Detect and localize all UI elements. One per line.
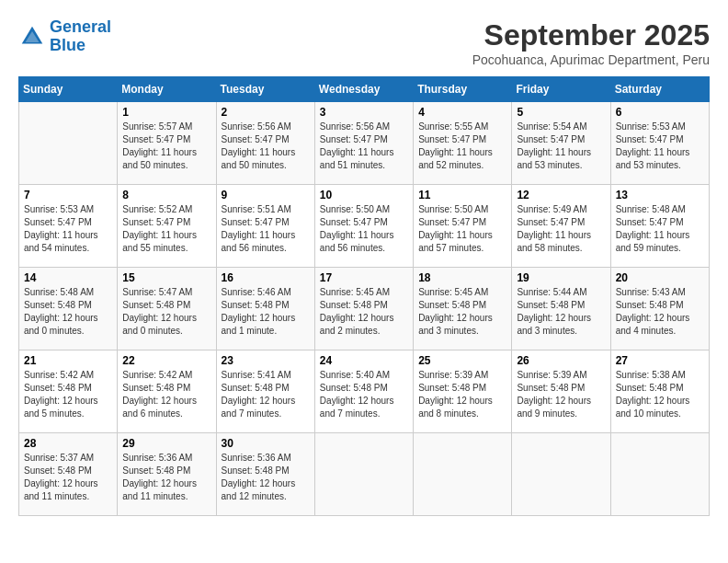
calendar-cell: 20Sunrise: 5:43 AM Sunset: 5:48 PM Dayli… [610, 268, 709, 350]
day-detail: Sunrise: 5:48 AM Sunset: 5:48 PM Dayligh… [24, 286, 112, 338]
day-detail: Sunrise: 5:42 AM Sunset: 5:48 PM Dayligh… [24, 369, 112, 420]
calendar-cell [19, 102, 118, 185]
calendar-cell: 17Sunrise: 5:45 AM Sunset: 5:48 PM Dayli… [314, 268, 413, 350]
calendar-cell: 28Sunrise: 5:37 AM Sunset: 5:48 PM Dayli… [19, 433, 118, 516]
day-detail: Sunrise: 5:39 AM Sunset: 5:48 PM Dayligh… [418, 369, 506, 420]
calendar-cell: 1Sunrise: 5:57 AM Sunset: 5:47 PM Daylig… [118, 102, 216, 185]
day-detail: Sunrise: 5:42 AM Sunset: 5:48 PM Dayligh… [122, 369, 210, 420]
day-number: 23 [222, 354, 310, 367]
calendar-cell [314, 433, 413, 516]
calendar-cell: 23Sunrise: 5:41 AM Sunset: 5:48 PM Dayli… [216, 350, 314, 433]
day-number: 25 [418, 354, 506, 367]
calendar-cell: 10Sunrise: 5:50 AM Sunset: 5:47 PM Dayli… [314, 185, 413, 268]
day-detail: Sunrise: 5:55 AM Sunset: 5:47 PM Dayligh… [418, 121, 506, 172]
day-detail: Sunrise: 5:43 AM Sunset: 5:48 PM Dayligh… [616, 286, 704, 338]
logo-text: General Blue [50, 18, 111, 55]
day-number: 26 [517, 354, 605, 367]
calendar-cell: 16Sunrise: 5:46 AM Sunset: 5:48 PM Dayli… [216, 268, 314, 350]
logo: General Blue [18, 18, 111, 55]
day-header-saturday: Saturday [610, 77, 709, 102]
day-number: 8 [122, 189, 210, 201]
week-row-2: 7Sunrise: 5:53 AM Sunset: 5:47 PM Daylig… [19, 185, 710, 268]
day-number: 11 [418, 189, 506, 201]
day-detail: Sunrise: 5:36 AM Sunset: 5:48 PM Dayligh… [222, 452, 310, 503]
day-header-tuesday: Tuesday [216, 77, 314, 102]
day-detail: Sunrise: 5:38 AM Sunset: 5:48 PM Dayligh… [616, 369, 704, 420]
day-number: 14 [24, 271, 112, 284]
day-detail: Sunrise: 5:37 AM Sunset: 5:48 PM Dayligh… [24, 452, 112, 503]
day-detail: Sunrise: 5:46 AM Sunset: 5:48 PM Dayligh… [222, 286, 310, 338]
day-detail: Sunrise: 5:50 AM Sunset: 5:47 PM Dayligh… [418, 203, 506, 255]
day-number: 27 [616, 354, 704, 367]
calendar-cell: 27Sunrise: 5:38 AM Sunset: 5:48 PM Dayli… [610, 350, 709, 433]
day-header-thursday: Thursday [414, 77, 512, 102]
calendar-cell [512, 433, 610, 516]
day-number: 24 [320, 354, 408, 367]
day-number: 20 [616, 271, 704, 284]
day-number: 12 [517, 189, 605, 201]
calendar-cell: 30Sunrise: 5:36 AM Sunset: 5:48 PM Dayli… [216, 433, 314, 516]
day-detail: Sunrise: 5:57 AM Sunset: 5:47 PM Dayligh… [122, 121, 210, 172]
day-detail: Sunrise: 5:45 AM Sunset: 5:48 PM Dayligh… [320, 286, 408, 338]
day-header-sunday: Sunday [19, 77, 118, 102]
day-number: 18 [418, 271, 506, 284]
day-number: 29 [122, 437, 210, 450]
day-detail: Sunrise: 5:50 AM Sunset: 5:47 PM Dayligh… [320, 203, 408, 255]
calendar-cell: 9Sunrise: 5:51 AM Sunset: 5:47 PM Daylig… [216, 185, 314, 268]
day-detail: Sunrise: 5:40 AM Sunset: 5:48 PM Dayligh… [320, 369, 408, 420]
day-number: 10 [320, 189, 408, 201]
day-detail: Sunrise: 5:48 AM Sunset: 5:47 PM Dayligh… [616, 203, 704, 255]
day-number: 13 [616, 189, 704, 201]
calendar-cell: 12Sunrise: 5:49 AM Sunset: 5:47 PM Dayli… [512, 185, 610, 268]
day-number: 19 [517, 271, 605, 284]
day-header-monday: Monday [118, 77, 216, 102]
day-detail: Sunrise: 5:47 AM Sunset: 5:48 PM Dayligh… [122, 286, 210, 338]
calendar-cell: 14Sunrise: 5:48 AM Sunset: 5:48 PM Dayli… [19, 268, 118, 350]
day-detail: Sunrise: 5:41 AM Sunset: 5:48 PM Dayligh… [222, 369, 310, 420]
calendar-cell: 2Sunrise: 5:56 AM Sunset: 5:47 PM Daylig… [216, 102, 314, 185]
week-row-4: 21Sunrise: 5:42 AM Sunset: 5:48 PM Dayli… [19, 350, 710, 433]
week-row-3: 14Sunrise: 5:48 AM Sunset: 5:48 PM Dayli… [19, 268, 710, 350]
calendar-cell: 8Sunrise: 5:52 AM Sunset: 5:47 PM Daylig… [118, 185, 216, 268]
day-number: 2 [222, 106, 310, 119]
day-number: 28 [24, 437, 112, 450]
day-number: 6 [616, 106, 704, 119]
day-detail: Sunrise: 5:39 AM Sunset: 5:48 PM Dayligh… [517, 369, 605, 420]
day-number: 30 [222, 437, 310, 450]
day-detail: Sunrise: 5:51 AM Sunset: 5:47 PM Dayligh… [222, 203, 310, 255]
calendar-cell: 25Sunrise: 5:39 AM Sunset: 5:48 PM Dayli… [414, 350, 512, 433]
day-header-friday: Friday [512, 77, 610, 102]
calendar-cell [610, 433, 709, 516]
day-detail: Sunrise: 5:45 AM Sunset: 5:48 PM Dayligh… [418, 286, 506, 338]
day-detail: Sunrise: 5:49 AM Sunset: 5:47 PM Dayligh… [517, 203, 605, 255]
week-row-5: 28Sunrise: 5:37 AM Sunset: 5:48 PM Dayli… [19, 433, 710, 516]
header: General Blue September 2025 Pocohuanca, … [18, 18, 710, 67]
calendar-cell: 6Sunrise: 5:53 AM Sunset: 5:47 PM Daylig… [610, 102, 709, 185]
calendar-cell: 18Sunrise: 5:45 AM Sunset: 5:48 PM Dayli… [414, 268, 512, 350]
calendar-cell: 5Sunrise: 5:54 AM Sunset: 5:47 PM Daylig… [512, 102, 610, 185]
day-detail: Sunrise: 5:53 AM Sunset: 5:47 PM Dayligh… [616, 121, 704, 172]
day-detail: Sunrise: 5:44 AM Sunset: 5:48 PM Dayligh… [517, 286, 605, 338]
logo-line2: Blue [50, 36, 85, 54]
days-header-row: SundayMondayTuesdayWednesdayThursdayFrid… [19, 77, 710, 102]
calendar-cell: 7Sunrise: 5:53 AM Sunset: 5:47 PM Daylig… [19, 185, 118, 268]
title-block: September 2025 Pocohuanca, Apurimac Depa… [472, 18, 710, 67]
logo-line1: General [50, 17, 111, 36]
calendar-cell: 19Sunrise: 5:44 AM Sunset: 5:48 PM Dayli… [512, 268, 610, 350]
day-detail: Sunrise: 5:56 AM Sunset: 5:47 PM Dayligh… [222, 121, 310, 172]
day-detail: Sunrise: 5:53 AM Sunset: 5:47 PM Dayligh… [24, 203, 112, 255]
day-number: 5 [517, 106, 605, 119]
calendar-cell: 22Sunrise: 5:42 AM Sunset: 5:48 PM Dayli… [118, 350, 216, 433]
day-detail: Sunrise: 5:56 AM Sunset: 5:47 PM Dayligh… [320, 121, 408, 172]
day-number: 3 [320, 106, 408, 119]
day-detail: Sunrise: 5:52 AM Sunset: 5:47 PM Dayligh… [122, 203, 210, 255]
calendar-cell [414, 433, 512, 516]
day-number: 17 [320, 271, 408, 284]
location-subtitle: Pocohuanca, Apurimac Department, Peru [472, 52, 710, 67]
day-number: 21 [24, 354, 112, 367]
day-number: 15 [122, 271, 210, 284]
day-detail: Sunrise: 5:36 AM Sunset: 5:48 PM Dayligh… [122, 452, 210, 503]
calendar-cell: 13Sunrise: 5:48 AM Sunset: 5:47 PM Dayli… [610, 185, 709, 268]
calendar-cell: 11Sunrise: 5:50 AM Sunset: 5:47 PM Dayli… [414, 185, 512, 268]
calendar-table: SundayMondayTuesdayWednesdayThursdayFrid… [18, 76, 710, 516]
